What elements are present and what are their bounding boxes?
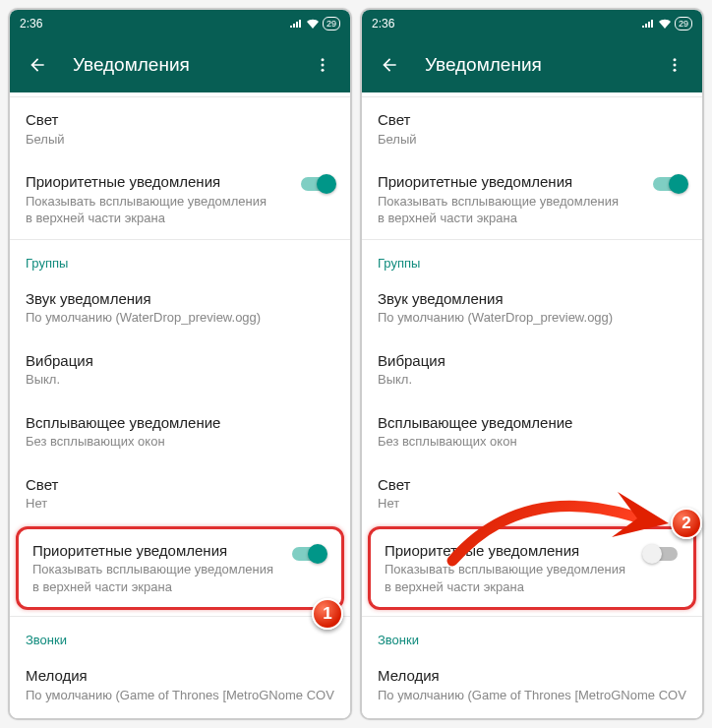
- toggle-priority-top[interactable]: [653, 177, 686, 191]
- setting-sub: Нет: [378, 495, 686, 513]
- setting-light[interactable]: Свет Белый: [10, 97, 350, 159]
- phone-right: 2:36 29 Уведомления Свет: [360, 8, 704, 720]
- setting-popup[interactable]: Всплывающее уведомление Без всплывающих …: [10, 400, 350, 462]
- setting-vibration[interactable]: Вибрация Выкл.: [10, 338, 350, 400]
- setting-label: Звук уведомления: [378, 289, 686, 309]
- setting-ringtone[interactable]: Мелодия По умолчанию (Game of Thrones [M…: [10, 653, 350, 715]
- app-bar: Уведомления: [362, 37, 702, 92]
- setting-label: Вибрация: [26, 351, 334, 371]
- status-time: 2:36: [20, 17, 42, 30]
- status-icons: 29: [641, 17, 692, 30]
- setting-priority-highlight[interactable]: Приоритетные уведомления Показывать вспл…: [381, 539, 683, 598]
- status-icons: 29: [289, 17, 340, 30]
- setting-sub: Без всплывающих окон: [26, 433, 334, 451]
- setting-sub: Белый: [26, 131, 334, 149]
- status-time: 2:36: [372, 17, 394, 30]
- highlight-box-left: Приоритетные уведомления Показывать вспл…: [16, 526, 344, 611]
- setting-sub: Показывать всплывающие уведомления в вер…: [378, 193, 623, 227]
- setting-priority-top[interactable]: Приоритетные уведомления Показывать вспл…: [362, 159, 702, 239]
- back-icon[interactable]: [26, 53, 49, 77]
- setting-label: Приоритетные уведомления: [26, 172, 334, 192]
- annotation-badge-2: 2: [671, 508, 702, 539]
- svg-point-4: [674, 64, 677, 67]
- battery-level: 29: [323, 17, 340, 30]
- app-bar: Уведомления: [10, 37, 350, 92]
- section-calls: Звонки: [10, 617, 350, 653]
- signal-icon: [641, 19, 655, 29]
- setting-priority-highlight[interactable]: Приоритетные уведомления Показывать вспл…: [29, 539, 331, 598]
- battery-level: 29: [675, 17, 692, 30]
- setting-sub: По умолчанию (Game of Thrones [MetroGNom…: [26, 687, 334, 704]
- settings-content: Свет Белый Приоритетные уведомления Пока…: [362, 92, 702, 718]
- setting-light2[interactable]: Свет Нет: [10, 462, 350, 524]
- setting-label: Свет: [26, 475, 334, 495]
- setting-sub: Показывать всплывающие уведомления в вер…: [32, 561, 278, 595]
- phone-left: 2:36 29 Уведомления Свет: [8, 8, 352, 720]
- setting-label: Всплывающее уведомление: [26, 413, 334, 433]
- setting-label: Мелодия: [26, 666, 334, 686]
- setting-sub: Показывать всплывающие уведомления в вер…: [26, 193, 271, 227]
- svg-point-5: [674, 69, 677, 72]
- setting-sub: По умолчанию (WaterDrop_preview.ogg): [26, 309, 334, 327]
- page-title: Уведомления: [425, 54, 639, 76]
- setting-label: Приоритетные уведомления: [385, 541, 680, 561]
- svg-point-0: [322, 58, 325, 61]
- signal-icon: [289, 19, 303, 29]
- setting-sub: Показывать всплывающие уведомления в вер…: [385, 561, 630, 595]
- setting-sub: Выкл.: [378, 371, 686, 389]
- setting-ringtone[interactable]: Мелодия По умолчанию (Game of Thrones [M…: [362, 653, 702, 715]
- toggle-priority-highlight-on[interactable]: [292, 547, 326, 561]
- setting-sub: Белый: [378, 131, 686, 149]
- back-icon[interactable]: [378, 53, 401, 77]
- highlight-box-right: Приоритетные уведомления Показывать вспл…: [368, 526, 696, 611]
- toggle-priority-highlight-off[interactable]: [644, 547, 678, 561]
- setting-sub: Без всплывающих окон: [378, 433, 686, 451]
- page-title: Уведомления: [73, 54, 287, 76]
- setting-label: Звук уведомления: [26, 289, 334, 309]
- section-groups: Группы: [10, 240, 350, 276]
- settings-content: Свет Белый Приоритетные уведомления Пока…: [10, 92, 350, 718]
- svg-point-1: [322, 64, 325, 67]
- wifi-icon: [306, 19, 320, 30]
- more-icon[interactable]: [311, 53, 334, 77]
- setting-label: Всплывающее уведомление: [378, 413, 686, 433]
- wifi-icon: [658, 19, 672, 30]
- setting-sub: По умолчанию (Game of Thrones [MetroGNom…: [378, 687, 686, 704]
- setting-label: Приоритетные уведомления: [32, 541, 327, 561]
- more-icon[interactable]: [663, 53, 686, 77]
- status-bar: 2:36 29: [10, 10, 350, 37]
- setting-sound[interactable]: Звук уведомления По умолчанию (WaterDrop…: [362, 276, 702, 338]
- setting-light[interactable]: Свет Белый: [362, 97, 702, 159]
- setting-label: Свет: [378, 475, 686, 495]
- toggle-priority-top[interactable]: [301, 177, 334, 191]
- setting-label: Свет: [378, 110, 686, 130]
- setting-vibration[interactable]: Вибрация Выкл.: [362, 338, 702, 400]
- setting-label: Свет: [26, 110, 334, 130]
- setting-sub: Нет: [26, 495, 334, 513]
- setting-light2[interactable]: Свет Нет: [362, 462, 702, 524]
- section-groups: Группы: [362, 240, 702, 276]
- annotation-badge-1: 1: [312, 598, 343, 630]
- setting-sound[interactable]: Звук уведомления По умолчанию (WaterDrop…: [10, 276, 350, 338]
- status-bar: 2:36 29: [362, 10, 702, 37]
- setting-label: Вибрация: [378, 351, 686, 371]
- setting-sub: По умолчанию (WaterDrop_preview.ogg): [378, 309, 686, 327]
- setting-priority-top[interactable]: Приоритетные уведомления Показывать вспл…: [10, 159, 350, 239]
- svg-point-3: [674, 58, 677, 61]
- section-calls: Звонки: [362, 617, 702, 653]
- setting-popup[interactable]: Всплывающее уведомление Без всплывающих …: [362, 400, 702, 462]
- setting-label: Мелодия: [378, 666, 686, 686]
- setting-sub: Выкл.: [26, 371, 334, 389]
- svg-point-2: [322, 69, 325, 72]
- setting-label: Приоритетные уведомления: [378, 172, 686, 192]
